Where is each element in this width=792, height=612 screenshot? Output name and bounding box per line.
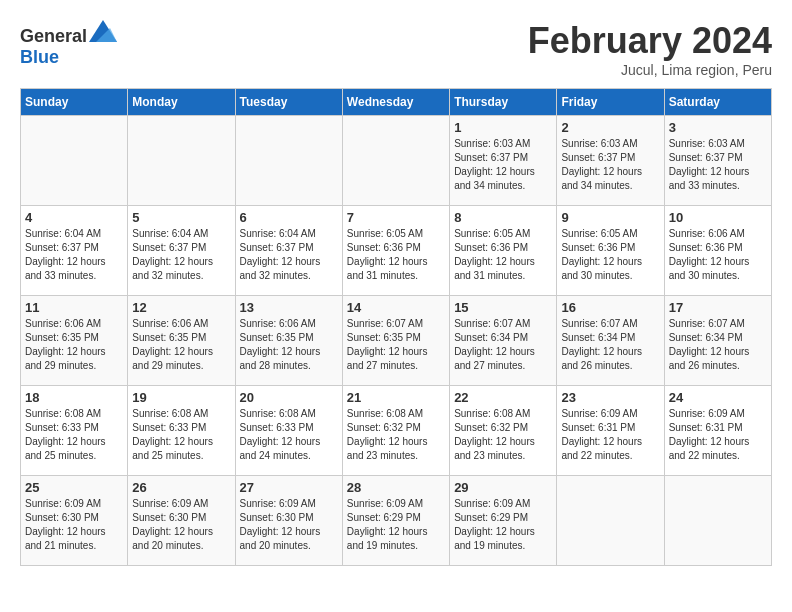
day-number: 21: [347, 390, 445, 405]
week-row-3: 11Sunrise: 6:06 AMSunset: 6:35 PMDayligh…: [21, 296, 772, 386]
day-number: 27: [240, 480, 338, 495]
day-info: Sunrise: 6:09 AMSunset: 6:30 PMDaylight:…: [240, 497, 338, 553]
day-info: Sunrise: 6:07 AMSunset: 6:34 PMDaylight:…: [454, 317, 552, 373]
location: Jucul, Lima region, Peru: [528, 62, 772, 78]
day-number: 12: [132, 300, 230, 315]
day-cell: 4Sunrise: 6:04 AMSunset: 6:37 PMDaylight…: [21, 206, 128, 296]
day-cell: [128, 116, 235, 206]
logo: General Blue: [20, 20, 117, 68]
day-info: Sunrise: 6:03 AMSunset: 6:37 PMDaylight:…: [669, 137, 767, 193]
day-cell: 7Sunrise: 6:05 AMSunset: 6:36 PMDaylight…: [342, 206, 449, 296]
day-info: Sunrise: 6:06 AMSunset: 6:35 PMDaylight:…: [132, 317, 230, 373]
day-info: Sunrise: 6:09 AMSunset: 6:31 PMDaylight:…: [561, 407, 659, 463]
day-info: Sunrise: 6:07 AMSunset: 6:34 PMDaylight:…: [669, 317, 767, 373]
day-cell: [235, 116, 342, 206]
calendar-header: SundayMondayTuesdayWednesdayThursdayFrid…: [21, 89, 772, 116]
day-info: Sunrise: 6:07 AMSunset: 6:34 PMDaylight:…: [561, 317, 659, 373]
day-cell: 15Sunrise: 6:07 AMSunset: 6:34 PMDayligh…: [450, 296, 557, 386]
day-number: 28: [347, 480, 445, 495]
calendar-table: SundayMondayTuesdayWednesdayThursdayFrid…: [20, 88, 772, 566]
day-cell: 20Sunrise: 6:08 AMSunset: 6:33 PMDayligh…: [235, 386, 342, 476]
day-number: 23: [561, 390, 659, 405]
day-info: Sunrise: 6:04 AMSunset: 6:37 PMDaylight:…: [25, 227, 123, 283]
day-info: Sunrise: 6:06 AMSunset: 6:35 PMDaylight:…: [25, 317, 123, 373]
day-number: 24: [669, 390, 767, 405]
week-row-5: 25Sunrise: 6:09 AMSunset: 6:30 PMDayligh…: [21, 476, 772, 566]
day-cell: 25Sunrise: 6:09 AMSunset: 6:30 PMDayligh…: [21, 476, 128, 566]
day-info: Sunrise: 6:03 AMSunset: 6:37 PMDaylight:…: [454, 137, 552, 193]
header-cell-thursday: Thursday: [450, 89, 557, 116]
day-number: 16: [561, 300, 659, 315]
day-cell: 17Sunrise: 6:07 AMSunset: 6:34 PMDayligh…: [664, 296, 771, 386]
day-cell: 18Sunrise: 6:08 AMSunset: 6:33 PMDayligh…: [21, 386, 128, 476]
title-section: February 2024 Jucul, Lima region, Peru: [528, 20, 772, 78]
day-info: Sunrise: 6:08 AMSunset: 6:32 PMDaylight:…: [347, 407, 445, 463]
day-cell: [342, 116, 449, 206]
day-number: 26: [132, 480, 230, 495]
day-info: Sunrise: 6:09 AMSunset: 6:30 PMDaylight:…: [25, 497, 123, 553]
day-cell: 16Sunrise: 6:07 AMSunset: 6:34 PMDayligh…: [557, 296, 664, 386]
day-cell: 1Sunrise: 6:03 AMSunset: 6:37 PMDaylight…: [450, 116, 557, 206]
calendar-body: 1Sunrise: 6:03 AMSunset: 6:37 PMDaylight…: [21, 116, 772, 566]
day-cell: 13Sunrise: 6:06 AMSunset: 6:35 PMDayligh…: [235, 296, 342, 386]
day-cell: 10Sunrise: 6:06 AMSunset: 6:36 PMDayligh…: [664, 206, 771, 296]
month-title: February 2024: [528, 20, 772, 62]
day-number: 10: [669, 210, 767, 225]
day-cell: 22Sunrise: 6:08 AMSunset: 6:32 PMDayligh…: [450, 386, 557, 476]
day-number: 14: [347, 300, 445, 315]
day-cell: 24Sunrise: 6:09 AMSunset: 6:31 PMDayligh…: [664, 386, 771, 476]
page-header: General Blue February 2024 Jucul, Lima r…: [20, 20, 772, 78]
day-number: 17: [669, 300, 767, 315]
day-cell: 9Sunrise: 6:05 AMSunset: 6:36 PMDaylight…: [557, 206, 664, 296]
header-cell-sunday: Sunday: [21, 89, 128, 116]
week-row-4: 18Sunrise: 6:08 AMSunset: 6:33 PMDayligh…: [21, 386, 772, 476]
day-cell: 27Sunrise: 6:09 AMSunset: 6:30 PMDayligh…: [235, 476, 342, 566]
day-info: Sunrise: 6:07 AMSunset: 6:35 PMDaylight:…: [347, 317, 445, 373]
day-info: Sunrise: 6:04 AMSunset: 6:37 PMDaylight:…: [132, 227, 230, 283]
day-info: Sunrise: 6:08 AMSunset: 6:32 PMDaylight:…: [454, 407, 552, 463]
day-cell: 26Sunrise: 6:09 AMSunset: 6:30 PMDayligh…: [128, 476, 235, 566]
day-number: 8: [454, 210, 552, 225]
logo-icon: [89, 20, 117, 42]
logo-text: General Blue: [20, 20, 117, 68]
day-cell: 29Sunrise: 6:09 AMSunset: 6:29 PMDayligh…: [450, 476, 557, 566]
day-info: Sunrise: 6:06 AMSunset: 6:36 PMDaylight:…: [669, 227, 767, 283]
day-info: Sunrise: 6:05 AMSunset: 6:36 PMDaylight:…: [454, 227, 552, 283]
day-number: 7: [347, 210, 445, 225]
header-cell-monday: Monday: [128, 89, 235, 116]
day-cell: 5Sunrise: 6:04 AMSunset: 6:37 PMDaylight…: [128, 206, 235, 296]
header-cell-saturday: Saturday: [664, 89, 771, 116]
day-info: Sunrise: 6:05 AMSunset: 6:36 PMDaylight:…: [561, 227, 659, 283]
day-number: 29: [454, 480, 552, 495]
day-info: Sunrise: 6:04 AMSunset: 6:37 PMDaylight:…: [240, 227, 338, 283]
header-row: SundayMondayTuesdayWednesdayThursdayFrid…: [21, 89, 772, 116]
day-cell: [557, 476, 664, 566]
week-row-2: 4Sunrise: 6:04 AMSunset: 6:37 PMDaylight…: [21, 206, 772, 296]
week-row-1: 1Sunrise: 6:03 AMSunset: 6:37 PMDaylight…: [21, 116, 772, 206]
day-cell: 11Sunrise: 6:06 AMSunset: 6:35 PMDayligh…: [21, 296, 128, 386]
day-number: 3: [669, 120, 767, 135]
header-cell-friday: Friday: [557, 89, 664, 116]
day-cell: 2Sunrise: 6:03 AMSunset: 6:37 PMDaylight…: [557, 116, 664, 206]
logo-general: General: [20, 26, 87, 46]
day-number: 20: [240, 390, 338, 405]
day-number: 1: [454, 120, 552, 135]
day-number: 22: [454, 390, 552, 405]
day-info: Sunrise: 6:03 AMSunset: 6:37 PMDaylight:…: [561, 137, 659, 193]
day-number: 4: [25, 210, 123, 225]
logo-blue: Blue: [20, 47, 59, 67]
day-info: Sunrise: 6:09 AMSunset: 6:30 PMDaylight:…: [132, 497, 230, 553]
day-number: 6: [240, 210, 338, 225]
day-number: 5: [132, 210, 230, 225]
day-cell: 28Sunrise: 6:09 AMSunset: 6:29 PMDayligh…: [342, 476, 449, 566]
day-cell: 21Sunrise: 6:08 AMSunset: 6:32 PMDayligh…: [342, 386, 449, 476]
day-cell: 8Sunrise: 6:05 AMSunset: 6:36 PMDaylight…: [450, 206, 557, 296]
day-cell: 14Sunrise: 6:07 AMSunset: 6:35 PMDayligh…: [342, 296, 449, 386]
day-number: 15: [454, 300, 552, 315]
day-number: 13: [240, 300, 338, 315]
day-info: Sunrise: 6:09 AMSunset: 6:29 PMDaylight:…: [347, 497, 445, 553]
day-cell: 3Sunrise: 6:03 AMSunset: 6:37 PMDaylight…: [664, 116, 771, 206]
day-cell: 6Sunrise: 6:04 AMSunset: 6:37 PMDaylight…: [235, 206, 342, 296]
day-info: Sunrise: 6:09 AMSunset: 6:29 PMDaylight:…: [454, 497, 552, 553]
day-cell: [21, 116, 128, 206]
